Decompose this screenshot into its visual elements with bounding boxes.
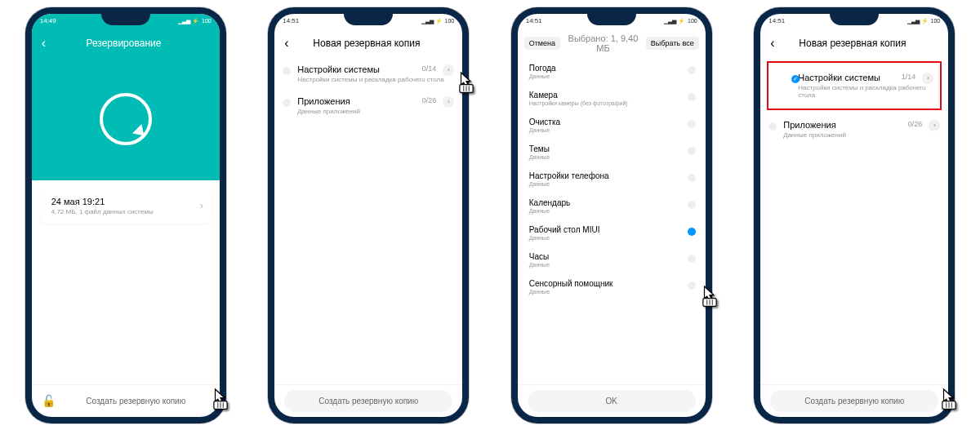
select-all-button[interactable]: Выбрать все: [646, 37, 699, 50]
selection-list[interactable]: ПогодаДанныеКамераНастройки камеры (без …: [518, 58, 706, 384]
item-title: Камера: [529, 91, 683, 100]
item-subtitle: Данные: [529, 154, 683, 160]
list-item[interactable]: ЧасыДанные: [518, 246, 706, 273]
ok-button[interactable]: OK: [528, 390, 696, 412]
list-item[interactable]: Сенсорный помощникДанные: [518, 273, 706, 300]
page-title: Новая резервная копия: [783, 38, 923, 49]
row-subtitle: Настройки системы и раскладка рабочего с…: [798, 84, 930, 99]
content: 24 мая 19:21 4,72 МБ, 1 файл данных сист…: [32, 180, 220, 384]
list-item[interactable]: КамераНастройки камеры (без фотографий): [518, 85, 706, 112]
hero-banner: [32, 58, 220, 180]
phone-3: 14:51 ▁▃▅ ⚡100 Отмена Выбрано: 1, 9,40 М…: [511, 7, 712, 423]
radio-icon[interactable]: [283, 67, 291, 75]
item-subtitle: Данные: [529, 235, 683, 241]
back-icon[interactable]: ‹: [42, 36, 46, 51]
radio-icon[interactable]: [688, 147, 696, 155]
row-system-settings[interactable]: ✓ Настройки системы Настройки системы и …: [783, 66, 937, 105]
create-backup-button[interactable]: Создать резервную копию: [62, 390, 210, 412]
item-title: Сенсорный помощник: [529, 279, 683, 288]
backup-entry[interactable]: 24 мая 19:21 4,72 МБ, 1 файл данных сист…: [40, 188, 212, 224]
item-title: Темы: [529, 144, 683, 153]
backup-date: 24 мая 19:21: [51, 197, 200, 206]
status-time: 14:51: [526, 17, 542, 24]
item-subtitle: Данные: [529, 262, 683, 268]
status-right: ▁▃▅ ⚡100: [907, 18, 941, 24]
row-count: 1/14: [902, 73, 916, 81]
list-item[interactable]: КалендарьДанные: [518, 193, 706, 219]
row-count: 0/26: [908, 120, 923, 128]
item-subtitle: Данные: [529, 289, 683, 295]
item-subtitle: Данные: [529, 181, 683, 187]
create-backup-button[interactable]: Создать резервную копию: [284, 390, 452, 412]
phone-1: 14:49 ▁▃▅ ⚡100 ‹ Резервирование 24 мая 1…: [25, 7, 226, 423]
list-item[interactable]: Настройки телефонаДанные: [518, 166, 706, 193]
status-right: ▁▃▅ ⚡100: [178, 18, 212, 24]
list-item[interactable]: ТемыДанные: [518, 139, 706, 166]
item-subtitle: Данные: [529, 73, 683, 79]
radio-icon[interactable]: [688, 281, 696, 290]
row-subtitle: Данные приложений: [297, 108, 451, 115]
radio-checked-icon[interactable]: ✓: [791, 75, 800, 83]
status-time: 14:51: [283, 17, 299, 24]
list-item[interactable]: Рабочий стол MIUIДанные: [518, 219, 706, 246]
selection-bar: Отмена Выбрано: 1, 9,40 МБ Выбрать все: [518, 29, 706, 58]
chevron-right-icon[interactable]: ›: [443, 96, 454, 108]
back-icon[interactable]: ‹: [284, 36, 288, 51]
list-item[interactable]: ОчисткаДанные: [518, 112, 706, 139]
chevron-right-icon[interactable]: ›: [443, 64, 454, 76]
item-title: Погода: [529, 64, 683, 73]
row-subtitle: Данные приложений: [783, 131, 937, 139]
list-item[interactable]: ПогодаДанные: [518, 58, 706, 85]
item-title: Настройки телефона: [529, 171, 683, 180]
lock-icon[interactable]: 🔓: [42, 394, 56, 407]
titlebar: ‹ Новая резервная копия: [760, 29, 948, 58]
item-subtitle: Данные: [529, 127, 683, 133]
radio-icon[interactable]: [688, 120, 696, 128]
radio-icon[interactable]: [688, 174, 696, 182]
content: ✓ Настройки системы Настройки системы и …: [760, 58, 948, 384]
radio-checked-icon[interactable]: [688, 228, 696, 236]
radio-icon[interactable]: [768, 122, 777, 131]
status-time: 14:51: [768, 17, 785, 24]
item-title: Рабочий стол MIUI: [529, 225, 683, 234]
cancel-button[interactable]: Отмена: [524, 37, 560, 50]
content: Настройки системы Настройки системы и ра…: [274, 58, 462, 384]
backup-meta: 4,72 МБ, 1 файл данных системы: [51, 208, 200, 215]
phone-4: 14:51 ▁▃▅ ⚡100 ‹ Новая резервная копия ✓…: [754, 7, 955, 423]
selection-title: Выбрано: 1, 9,40 МБ: [565, 33, 641, 53]
bottom-bar: OK: [518, 384, 706, 417]
item-title: Очистка: [529, 117, 683, 126]
radio-icon[interactable]: [688, 201, 696, 209]
chevron-right-icon[interactable]: ›: [922, 73, 933, 84]
back-icon[interactable]: ‹: [770, 36, 774, 51]
notch: [344, 14, 393, 25]
row-count: 0/26: [422, 96, 437, 104]
phone-2: 14:51 ▁▃▅ ⚡100 ‹ Новая резервная копия Н…: [268, 7, 469, 423]
row-apps[interactable]: Приложения Данные приложений 0/26 ›: [274, 90, 462, 122]
create-backup-button[interactable]: Создать резервную копию: [770, 390, 938, 412]
status-right: ▁▃▅ ⚡100: [664, 18, 697, 24]
notch: [830, 14, 879, 25]
bottom-bar: Создать резервную копию: [274, 384, 462, 417]
titlebar: ‹ Резервирование: [32, 29, 220, 58]
radio-icon[interactable]: [283, 99, 291, 107]
radio-icon[interactable]: [688, 93, 696, 101]
item-title: Календарь: [529, 198, 683, 207]
radio-icon[interactable]: [688, 255, 696, 263]
page-title: Новая резервная копия: [297, 38, 437, 49]
titlebar: ‹ Новая резервная копия: [274, 29, 462, 58]
status-right: ▁▃▅ ⚡100: [421, 18, 455, 24]
notch: [587, 14, 636, 25]
row-system-settings[interactable]: Настройки системы Настройки системы и ра…: [274, 58, 462, 90]
highlight-box: ✓ Настройки системы Настройки системы и …: [767, 61, 942, 110]
backup-logo-icon: [100, 93, 152, 145]
bottom-bar: 🔓 Создать резервную копию: [32, 384, 220, 417]
row-apps[interactable]: Приложения Данные приложений 0/26 ›: [760, 113, 948, 145]
chevron-right-icon[interactable]: ›: [929, 120, 940, 131]
item-subtitle: Настройки камеры (без фотографий): [529, 100, 683, 106]
item-subtitle: Данные: [529, 208, 683, 214]
radio-icon[interactable]: [688, 66, 696, 74]
notch: [101, 14, 150, 25]
row-subtitle: Настройки системы и раскладка рабочего с…: [297, 76, 451, 83]
bottom-bar: Создать резервную копию: [760, 384, 948, 417]
